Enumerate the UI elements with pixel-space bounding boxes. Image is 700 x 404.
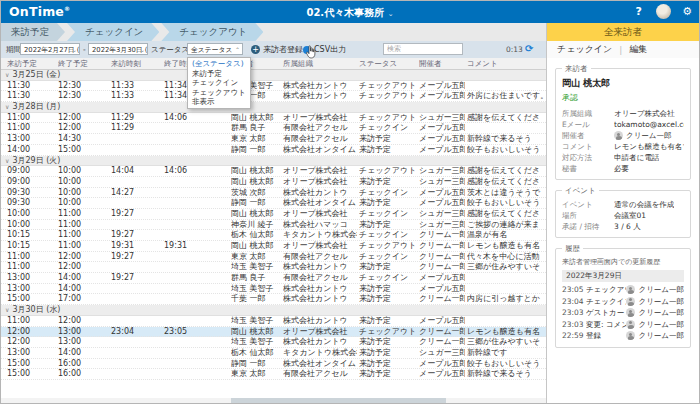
table-row[interactable]: 13:0014:0019:27群馬 良子有限会社アクセルチェックインメープル五郎 [1, 273, 546, 284]
office-selector[interactable]: 02.代々木事務所 ⌄ [1, 6, 699, 20]
date-group-row[interactable]: ∨3月25日 (金) [1, 70, 546, 81]
table-row[interactable]: 09:3010:0014:27茨城 次郎株式会社カントウチェックインメープル五郎… [1, 188, 546, 199]
cell-start: 11:00 [7, 252, 55, 263]
cell-organizer: メープル五郎 [419, 316, 465, 327]
status-option[interactable]: チェックイン [188, 78, 250, 88]
table-row[interactable]: 09:3010:00静岡 一郎株式会社オンタイム来訪予定メープル五郎餃子もおいし… [1, 198, 546, 209]
cell-visit-time: 14:04 [111, 166, 159, 177]
table-row[interactable]: 15:0017:00千葉 一郎株式会社カントウ来訪予定クリーム一郎内房に引っ越す… [1, 294, 546, 305]
table-row[interactable]: 13:0014:30東京 太郎有限会社アクセル来訪予定メープル五郎新幹線で来るそ… [1, 134, 546, 145]
table-row[interactable]: 14:0015:00静岡 一郎株式会社オンタイム来訪予定メープル五郎餃子もおいし… [1, 145, 546, 156]
table-row[interactable]: 11:3012:3011:3311:34千葉 一郎株式会社カントウチェックアウト… [1, 91, 546, 102]
table-row[interactable]: 09:0010:00岡山 桃太郎オリーブ株式会社来訪予定シュガー三郎感謝を伝えて… [1, 177, 546, 188]
person-avatar-icon [626, 331, 635, 340]
person-avatar-icon [626, 308, 635, 317]
cell-org: 有限会社アクセル [283, 252, 357, 263]
column-header[interactable]: 開催者 [419, 58, 465, 69]
field-label: 秘書 [562, 163, 614, 174]
table-row[interactable]: 11:0012:0019:27東京 太郎有限会社アクセルチェックインクリーム一郎… [1, 252, 546, 263]
table-row[interactable]: 11:0012:0011:29群馬 良子有限会社アクセルチェックインメープル五郎 [1, 123, 546, 134]
cell-organizer: メープル五郎 [419, 273, 465, 284]
cell-organizer: シュガー三郎 [419, 220, 465, 231]
table-row[interactable]: 09:0010:0014:0414:06岡山 桃太郎オリーブ株式会社チェックアウ… [1, 166, 546, 177]
cell-status: チェックイン [359, 209, 417, 220]
cell-end: 13:00 [58, 337, 106, 348]
history-action: チェックアウト [586, 284, 626, 296]
cell-organizer: メープル五郎 [419, 123, 465, 134]
status-option[interactable]: チェックアウト [188, 88, 250, 98]
chevron-down-icon: ⌄ [72, 44, 77, 55]
table-row[interactable]: 13:0014:00埼玉 美智子株式会社カントウ来訪予定メープル五郎 [1, 284, 546, 295]
column-header[interactable]: 終了予定 [58, 58, 106, 69]
column-header[interactable]: 所属組織 [283, 58, 357, 69]
date-group-row[interactable]: ∨3月30日 (水) [1, 305, 546, 316]
cell-organizer: メープル五郎 [419, 145, 465, 156]
date-group-row[interactable]: ∨3月29日 (火) [1, 156, 546, 167]
field-value: オリーブ株式会社 [614, 108, 675, 119]
column-header[interactable]: 来訪予定 [7, 58, 55, 69]
tab-check-out[interactable]: チェックアウト [161, 23, 263, 41]
table-row[interactable]: 11:0012:00埼玉 美智子株式会社カントウ来訪予定メープル五郎 [1, 316, 546, 327]
cell-comment: 餃子もおいしいそう [467, 145, 545, 156]
table-row[interactable]: 10:0011:0019:27岡山 桃太郎オリーブ株式会社チェックインシュガー三… [1, 209, 546, 220]
table-row[interactable]: 12:0013:00埼玉 美智子株式会社カントウ来訪予定クリーム一郎三郷が住みや… [1, 337, 546, 348]
detail-field-row: 承諾 / 招待3 / 6 人 [562, 221, 684, 232]
cell-start: 11:30 [7, 81, 55, 92]
table-row[interactable]: 15:0016:00東京 太郎有限会社アクセル来訪予定メープル五郎新幹線で来るそ… [1, 369, 546, 380]
history-person-name: クリーム一郎 [638, 307, 684, 319]
cell-org: 株式会社カントウ [283, 337, 357, 348]
table-row[interactable]: 11:0012:0011:2914:06岡山 桃太郎オリーブ株式会社チェックアウ… [1, 113, 546, 124]
search-input[interactable] [383, 43, 463, 55]
table-row[interactable]: 10:0011:00神奈川 綾子株式会社ハマッコ来訪予定シュガー三郎ご挨拶の連絡… [1, 220, 546, 231]
date-to-select[interactable]: 2022年3月30日 (水)⌄ [88, 43, 148, 55]
field-value-text: tokamoto@axcel.co.jp [614, 119, 684, 130]
column-header[interactable]: 来訪時刻 [111, 58, 159, 69]
user-avatar[interactable] [656, 4, 671, 19]
table-row[interactable]: 12:0013:0023:0423:05岡山 桃太郎オリーブ株式会社チェックアウ… [1, 327, 546, 338]
date-group-row[interactable]: ∨3月28日 (月) [1, 102, 546, 113]
edit-action-link[interactable]: 編集 [629, 43, 647, 56]
status-dropdown: (全ステータス)来訪予定チェックインチェックアウト非表示 [187, 57, 251, 109]
scrollbar-thumb[interactable] [231, 398, 446, 403]
history-time: 22:59 [562, 330, 586, 342]
refresh-icon[interactable]: ⟳ [525, 43, 533, 54]
group-date-label: 3月25日 (金) [12, 70, 60, 79]
cell-status: チェックアウト [359, 166, 417, 177]
field-value-text: 3 / 6 人 [614, 221, 641, 232]
field-value: クリーム一郎 [614, 130, 672, 141]
gear-icon[interactable]: ⚙ [682, 5, 692, 18]
register-visitor-button[interactable]: +来訪者登録 [251, 43, 303, 56]
column-header[interactable]: コメント [467, 58, 545, 69]
cell-comment: 感謝を伝えてくださ [467, 177, 545, 188]
help-icon[interactable]: ? [636, 5, 642, 18]
chevron-down-icon: ⌄ [388, 10, 394, 18]
status-option[interactable]: 非表示 [188, 97, 250, 107]
status-option[interactable]: (全ステータス) [188, 59, 250, 69]
tab-check-in[interactable]: チェックイン [67, 23, 159, 41]
column-header[interactable]: ステータス [359, 58, 417, 69]
table-row[interactable]: 13:0014:00栃木 仙太郎キタカントウ株式会社来訪予定シュガー三郎新幹線で… [1, 348, 546, 359]
all-visitors-button[interactable]: 全来訪者 [547, 23, 699, 41]
horizontal-scrollbar[interactable] [1, 398, 546, 403]
cell-org: 株式会社カントウ [283, 188, 357, 199]
table-row[interactable]: 10:1511:0019:27栃木 仙太郎キタカントウ株式会社チェックインクリー… [1, 230, 546, 241]
tab-visit-schedule[interactable]: 来訪予定 [1, 23, 65, 41]
status-select[interactable]: 全ステータス⌃ [187, 43, 243, 55]
table-row[interactable]: 11:3012:3011:3311:34埼玉 美智子株式会社カントウチェックアウ… [1, 81, 546, 92]
cell-org: オリーブ株式会社 [283, 241, 357, 252]
cell-comment: 茨木とは違うそうで [467, 188, 545, 199]
history-action: 登録 [586, 330, 626, 342]
visitor-box-legend: 来訪者 [562, 64, 591, 74]
date-from-select[interactable]: 2022年2月27日 (日)⌄ [20, 43, 80, 55]
cell-org: 株式会社カントウ [283, 262, 357, 273]
cell-comment: 新幹線で来るそう [467, 134, 545, 145]
visitor-name: 岡山 桃太郎 [562, 77, 684, 90]
checkin-action-link[interactable]: チェックイン [557, 43, 612, 56]
table-row[interactable]: 10:1511:0019:3119:31岡山 桃太郎オリーブ株式会社チェックアウ… [1, 241, 546, 252]
table-row[interactable]: 15:0016:00静岡 一郎株式会社オンタイム来訪予定メープル五郎餃子もおいし… [1, 359, 546, 370]
cell-visit-time: 14:27 [111, 188, 159, 199]
status-option[interactable]: 来訪予定 [188, 69, 250, 79]
history-box: 履歴 来訪者管理画面内での更新履歴 2022年3月29日 23:05チェックアウ… [555, 248, 691, 348]
cell-end: 14:30 [58, 134, 106, 145]
table-row[interactable]: 11:0012:00埼玉 美智子株式会社カントウ来訪予定クリーム一郎三郷が住みや… [1, 262, 546, 273]
